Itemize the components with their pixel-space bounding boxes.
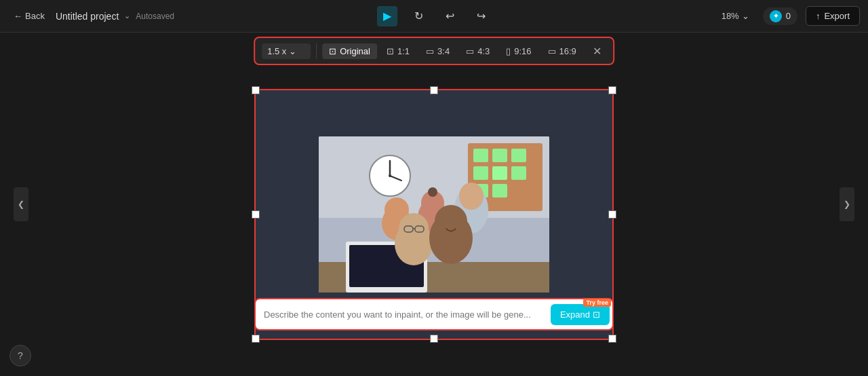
right-chevron-icon: ❯	[844, 200, 850, 209]
svg-rect-4	[492, 149, 507, 162]
svg-point-22	[428, 187, 437, 197]
project-dropdown-icon[interactable]: ⌄	[124, 12, 130, 20]
zoom-control[interactable]: 18% ⌄	[716, 8, 755, 24]
back-label: Back	[25, 11, 45, 21]
zoom-select[interactable]: 1.5 x ⌄	[262, 43, 311, 59]
undo-icon: ↩	[446, 10, 454, 22]
header: ← Back Untitled project ⌄ Autosaved ▶ ↻ …	[0, 0, 868, 33]
aspect-ratio-toolbar: 1.5 x ⌄ ⊡ Original ⊡ 1:1 ▭ 3:4 ▭ 4:3 ▯ 9…	[254, 37, 614, 65]
svg-rect-6	[473, 166, 488, 180]
left-chevron-icon: ❮	[18, 200, 24, 209]
ratio-4-3-icon: ▭	[466, 46, 474, 56]
ratio-original-label: Original	[340, 46, 370, 56]
ratio-4-3-label: 4:3	[477, 46, 490, 56]
select-tool-icon: ▶	[383, 10, 391, 22]
ratio-1-1-icon: ⊡	[387, 46, 394, 56]
export-button[interactable]: ↑ Export	[806, 6, 860, 26]
ratio-16-9-button[interactable]: ▭ 16:9	[541, 43, 583, 59]
resize-handle-bot-right[interactable]	[608, 335, 616, 343]
svg-rect-5	[511, 149, 526, 162]
ratio-9-16-icon: ▯	[506, 46, 511, 56]
right-panel-toggle[interactable]: ❯	[840, 187, 854, 221]
credits-badge[interactable]: ✦ 0	[763, 7, 797, 25]
resize-handle-mid-right[interactable]	[608, 210, 616, 219]
ratio-original-icon: ⊡	[329, 46, 336, 56]
ratio-9-16-label: 9:16	[514, 46, 531, 56]
close-icon: ✕	[593, 45, 601, 58]
zoom-select-value: 1.5 x	[267, 46, 286, 56]
expand-icon: ⊡	[593, 309, 600, 320]
ratio-4-3-button[interactable]: ▭ 4:3	[459, 43, 496, 59]
ratio-16-9-label: 16:9	[559, 46, 576, 56]
inpaint-input-bar: Expand ⊡ Try free	[254, 298, 614, 331]
redo-icon: ↪	[477, 10, 486, 22]
svg-rect-10	[492, 184, 507, 198]
svg-point-28	[435, 205, 467, 238]
credits-count: 0	[786, 11, 791, 21]
svg-rect-8	[511, 166, 526, 180]
project-title: Untitled project	[56, 11, 119, 22]
back-arrow-icon: ←	[14, 11, 22, 21]
inpaint-text-input[interactable]	[264, 309, 551, 320]
resize-handle-bot-center[interactable]	[430, 335, 438, 343]
rotate-tool-button[interactable]: ↻	[408, 6, 429, 26]
ratio-16-9-icon: ▭	[548, 46, 556, 56]
resize-handle-bot-left[interactable]	[252, 335, 260, 343]
ratio-3-4-icon: ▭	[426, 46, 434, 56]
autosaved-status: Autosaved	[136, 12, 174, 21]
header-left: ← Back Untitled project ⌄ Autosaved	[8, 8, 716, 24]
zoom-value: 18%	[722, 11, 739, 21]
expand-label: Expand	[560, 309, 590, 320]
credits-icon: ✦	[770, 10, 782, 22]
svg-rect-3	[473, 149, 488, 162]
svg-point-24	[459, 183, 484, 210]
ratio-9-16-button[interactable]: ▯ 9:16	[499, 43, 538, 59]
export-upload-icon: ↑	[816, 11, 821, 21]
canvas-area: ❮ ❯	[14, 33, 854, 376]
help-icon: ?	[18, 350, 23, 361]
resize-handle-top-right[interactable]	[608, 86, 616, 94]
photo-canvas	[319, 136, 549, 293]
export-label: Export	[824, 11, 850, 21]
zoom-dropdown-icon: ⌄	[742, 11, 749, 21]
resize-handle-top-left[interactable]	[252, 86, 260, 94]
toolbar-close-button[interactable]: ✕	[589, 42, 606, 60]
svg-rect-7	[492, 166, 507, 180]
ratio-3-4-label: 3:4	[437, 46, 450, 56]
redo-button[interactable]: ↪	[471, 6, 491, 26]
toolbar-divider-1	[316, 43, 317, 58]
zoom-select-chevron: ⌄	[289, 46, 296, 56]
undo-button[interactable]: ↩	[439, 6, 460, 26]
header-right: 18% ⌄ ✦ 0 ↑ Export	[716, 6, 860, 26]
photo-svg	[319, 136, 549, 293]
resize-handle-mid-left[interactable]	[252, 210, 260, 219]
header-tools: ▶ ↻ ↩ ↪	[377, 6, 491, 26]
help-button[interactable]: ?	[9, 345, 31, 366]
left-panel-toggle[interactable]: ❮	[14, 187, 28, 221]
canvas-wrapper: Expand ⊡ Try free	[254, 89, 614, 340]
ratio-1-1-label: 1:1	[397, 46, 410, 56]
try-free-badge: Try free	[583, 299, 611, 307]
ratio-1-1-button[interactable]: ⊡ 1:1	[380, 43, 416, 59]
resize-handle-top-center[interactable]	[430, 86, 438, 94]
back-button[interactable]: ← Back	[8, 8, 50, 24]
ratio-original-button[interactable]: ⊡ Original	[322, 43, 377, 59]
expand-button[interactable]: Expand ⊡ Try free	[551, 304, 610, 325]
photo-area	[319, 136, 549, 293]
select-tool-button[interactable]: ▶	[377, 6, 397, 26]
rotate-tool-icon: ↻	[414, 10, 423, 22]
ratio-3-4-button[interactable]: ▭ 3:4	[419, 43, 456, 59]
